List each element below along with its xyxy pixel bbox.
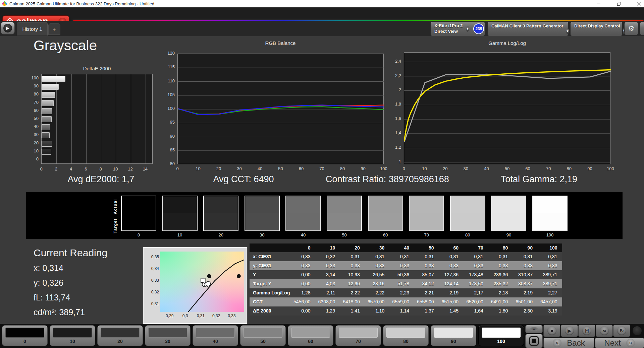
play-icon: ▶ — [565, 326, 574, 335]
display-control-label: Direct Display Control — [572, 23, 623, 29]
table-cell: 389,71 — [537, 279, 562, 288]
pattern-level-button-70[interactable]: 70 — [335, 325, 381, 346]
table-cell: 2,19 — [513, 288, 537, 297]
table-cell: 2,22 — [340, 288, 365, 297]
pattern-level-button-80[interactable]: 80 — [383, 325, 429, 346]
back-button[interactable]: « Back — [543, 338, 594, 348]
deltae-x-tick: 8 — [96, 166, 106, 171]
pattern-level-button-10[interactable]: 10 — [50, 325, 95, 346]
tab-history-1[interactable]: History 1 — [17, 22, 48, 36]
deltae-bar — [42, 124, 50, 130]
reading-cdm2: cd/m²: 389,71 — [34, 307, 85, 317]
refresh-icon: ↻ — [617, 326, 626, 335]
minimize-button[interactable] — [596, 1, 601, 6]
generator-dropdown-icon[interactable]: ▼ — [566, 28, 569, 34]
table-cell: 6418,00 — [340, 297, 365, 306]
cie-y-tick: 0,32 — [146, 290, 159, 294]
level-swatch — [386, 328, 425, 338]
pattern-level-button-90[interactable]: 90 — [431, 325, 476, 346]
swatch-label: 100 — [532, 232, 568, 237]
close-button[interactable] — [637, 1, 641, 6]
pattern-level-button-100[interactable]: 100 — [478, 325, 524, 346]
deltae-y-tick: 70 — [26, 100, 39, 105]
actual-swatch — [492, 196, 526, 213]
collapse-panel-button[interactable]: ◀ — [640, 21, 644, 36]
gamma-y-tick: 1,2 — [388, 145, 401, 150]
target-point — [207, 274, 211, 278]
gamma-x-tick: 90 — [585, 166, 595, 171]
deltae-y-tick: 100 — [26, 75, 39, 80]
deltae-y-tick: 0 — [26, 156, 39, 161]
table-cell: 51,78 — [389, 279, 414, 288]
deltae-y-tick: 40 — [26, 124, 39, 129]
tab-bar: ▶ History 1 + X-Rite i1Pro 2 Direct View… — [0, 21, 644, 36]
next-button[interactable]: Next » — [595, 338, 644, 348]
row-label: ΔE 2000 — [250, 306, 290, 316]
table-cell: 2,18 — [488, 288, 513, 297]
table-cell: 0,32 — [315, 252, 340, 261]
column-header: 40 — [389, 243, 414, 252]
gamma-x-tick: 10 — [420, 166, 430, 171]
pattern-level-button-50[interactable]: 50 — [240, 325, 286, 346]
play-button[interactable]: ▶ — [561, 325, 578, 337]
gamma-x-tick: 70 — [543, 166, 553, 171]
pattern-generator-button[interactable]: CalMAN Client 3 Pattern Generator ▼ — [487, 21, 569, 36]
next-chevron-icon: » — [626, 339, 635, 347]
slide-panel-button[interactable]: ▶ — [1, 22, 15, 34]
pattern-level-button-20[interactable]: 20 — [97, 325, 143, 346]
settings-button[interactable]: ⚙ — [624, 21, 638, 36]
pattern-window-up-button[interactable]: ▲ — [525, 325, 543, 333]
meter-device-button[interactable]: X-Rite i1Pro 2 Direct View ▼ 239 — [430, 21, 485, 36]
table-cell: 0,00 — [290, 306, 315, 316]
level-label: 0 — [2, 339, 47, 344]
panel-arrow-icon: ▶ — [3, 24, 12, 32]
actual-swatch — [369, 196, 402, 213]
table-cell: 0,31 — [463, 252, 488, 261]
pattern-level-button-0[interactable]: 0 — [2, 325, 48, 346]
gamma-y-tick: 1,8 — [388, 101, 401, 107]
header-band: calman ▼ — [0, 7, 644, 21]
cie-y-tick: 0,34 — [146, 266, 159, 271]
pattern-level-button-40[interactable]: 40 — [193, 325, 238, 346]
window-title: Calman 2025 Calman Ultimate for Business… — [9, 1, 154, 6]
deltae-chart — [41, 74, 153, 164]
meter-count-badge[interactable]: 239 — [473, 23, 484, 34]
gridline — [86, 74, 87, 163]
record-icon[interactable] — [633, 326, 642, 335]
level-swatch — [196, 328, 235, 338]
level-swatch — [5, 328, 44, 338]
gamma-x-tick: 20 — [440, 166, 450, 171]
column-header: 100 — [537, 243, 562, 252]
pattern-window-button[interactable] — [525, 334, 543, 348]
step-button[interactable]: [··] — [578, 325, 595, 337]
gamma-y-tick: 1,4 — [388, 130, 401, 135]
reading-x: x: 0,314 — [34, 263, 63, 273]
table-cell: 6558,00 — [414, 297, 439, 306]
table-cell: 6308,00 — [315, 297, 340, 306]
gamma-x-tick: 100 — [605, 166, 615, 171]
table-cell: 0,31 — [414, 252, 439, 261]
meter-dropdown-icon[interactable]: ▼ — [466, 26, 469, 32]
pattern-level-button-30[interactable]: 30 — [145, 325, 191, 346]
table-cell: 310,87 — [513, 270, 537, 279]
table-cell: 6570,00 — [365, 297, 389, 306]
add-tab-button[interactable]: + — [48, 23, 60, 35]
refresh-button[interactable]: ↻ — [613, 325, 630, 337]
pattern-level-button-60[interactable]: 60 — [288, 325, 333, 346]
restore-button[interactable] — [616, 1, 621, 6]
actual-swatch — [286, 196, 320, 213]
stop-button[interactable]: ■ — [543, 325, 560, 337]
table-cell: 4,03 — [315, 279, 340, 288]
table-cell: 0,33 — [315, 261, 340, 270]
rgb-y-tick: 90 — [161, 134, 175, 139]
display-control-button[interactable]: Direct Display Control ▼ — [570, 21, 623, 36]
actual-swatch — [533, 196, 567, 213]
table-cell: 26,55 — [365, 270, 389, 279]
actual-swatch — [451, 196, 485, 213]
grayscale-strip: Actual Target 0102030405060708090100 — [26, 192, 623, 239]
target-swatch — [204, 213, 238, 230]
continuous-button[interactable]: ∞ — [596, 325, 613, 337]
infinity-icon: ∞ — [600, 326, 609, 335]
target-swatch — [245, 213, 279, 230]
rgb-y-tick: 105 — [161, 92, 175, 97]
